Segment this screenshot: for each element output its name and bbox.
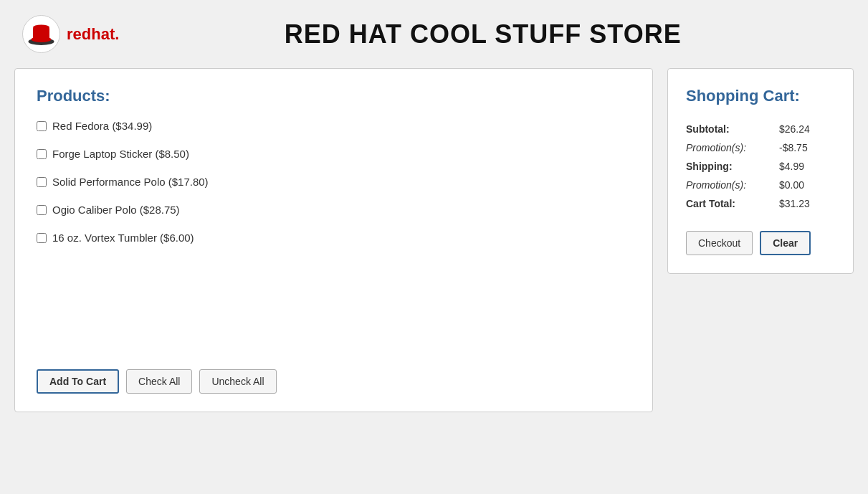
cart-title: Shopping Cart: [686,87,835,105]
main-content: Products: Red Fedora ($34.99) Forge Lapt… [0,68,868,427]
product-label-1[interactable]: Red Fedora ($34.99) [52,120,152,132]
list-item: Solid Performance Polo ($17.80) [37,176,631,188]
product-actions: Add To Cart Check All Uncheck All [37,369,277,394]
cart-value-shipping: $4.99 [772,157,835,176]
logo-area: redhat. [22,14,119,54]
cart-table: Subtotal: $26.24 Promotion(s): -$8.75 Sh… [686,120,835,213]
list-item: 16 oz. Vortex Tumbler ($6.00) [37,232,631,244]
site-title: RED HAT COOL STUFF STORE [119,19,846,49]
table-row: Cart Total: $31.23 [686,194,835,213]
cart-label-promo1: Promotion(s): [686,138,772,157]
products-title: Products: [37,87,631,105]
cart-label-subtotal: Subtotal: [686,120,772,138]
cart-value-subtotal: $26.24 [772,120,835,138]
list-item: Ogio Caliber Polo ($28.75) [37,204,631,216]
cart-value-promo2: $0.00 [772,176,835,194]
product-checkbox-2[interactable] [37,149,47,159]
cart-actions: Checkout Clear [686,231,835,255]
product-label-3[interactable]: Solid Performance Polo ($17.80) [52,176,209,188]
table-row: Promotion(s): $0.00 [686,176,835,194]
header: redhat. RED HAT COOL STUFF STORE [0,0,868,68]
checkout-button[interactable]: Checkout [686,231,753,255]
cart-value-total: $31.23 [772,194,835,213]
product-checkbox-5[interactable] [37,233,47,243]
redhat-logo-icon [22,14,61,54]
add-to-cart-button[interactable]: Add To Cart [37,369,119,394]
uncheck-all-button[interactable]: Uncheck All [199,369,276,394]
cart-label-total: Cart Total: [686,194,772,213]
table-row: Shipping: $4.99 [686,157,835,176]
cart-value-promo1: -$8.75 [772,138,835,157]
products-panel: Products: Red Fedora ($34.99) Forge Lapt… [14,68,653,412]
cart-label-shipping: Shipping: [686,157,772,176]
list-item: Red Fedora ($34.99) [37,120,631,132]
svg-point-4 [33,25,49,30]
product-checkbox-3[interactable] [37,177,47,187]
product-list: Red Fedora ($34.99) Forge Laptop Sticker… [37,120,631,244]
cart-label-promo2: Promotion(s): [686,176,772,194]
product-label-4[interactable]: Ogio Caliber Polo ($28.75) [52,204,180,216]
table-row: Subtotal: $26.24 [686,120,835,138]
clear-button[interactable]: Clear [760,231,811,255]
product-checkbox-4[interactable] [37,205,47,215]
list-item: Forge Laptop Sticker ($8.50) [37,148,631,160]
product-label-5[interactable]: 16 oz. Vortex Tumbler ($6.00) [52,232,194,244]
cart-panel: Shopping Cart: Subtotal: $26.24 Promotio… [667,68,854,274]
table-row: Promotion(s): -$8.75 [686,138,835,157]
product-label-2[interactable]: Forge Laptop Sticker ($8.50) [52,148,189,160]
check-all-button[interactable]: Check All [126,369,192,394]
product-checkbox-1[interactable] [37,121,47,131]
logo-text: redhat. [67,25,119,44]
